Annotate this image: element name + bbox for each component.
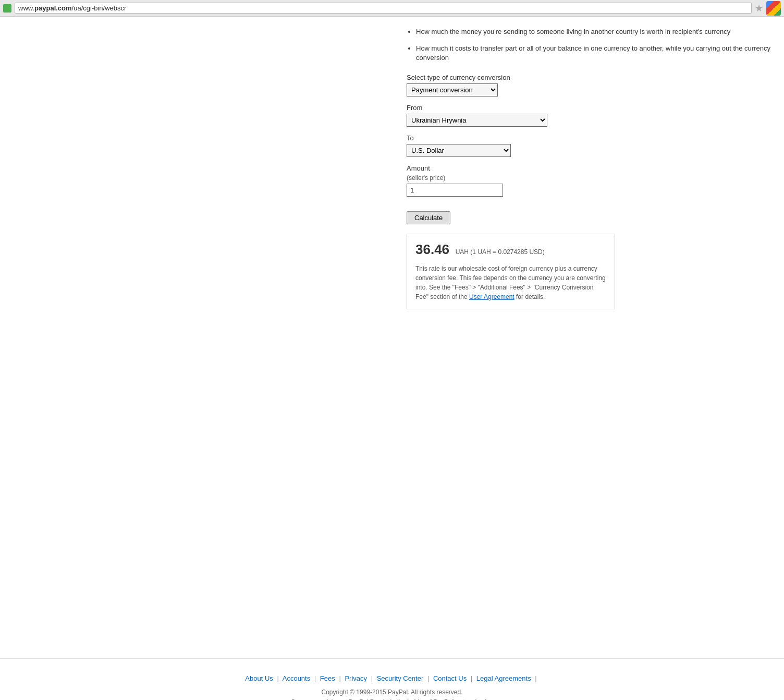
bullet-item-2: How much it costs to transfer part or al… xyxy=(416,44,774,63)
footer-sep-2: | xyxy=(314,674,316,682)
google-icon[interactable] xyxy=(766,1,781,16)
result-amount-row: 36.46 UAH (1 UAH = 0.0274285 USD) xyxy=(415,242,606,258)
footer-sep-7: | xyxy=(535,674,536,682)
footer-sep-6: | xyxy=(471,674,472,682)
footer-link-contact-us[interactable]: Contact Us xyxy=(433,674,467,682)
url-bar[interactable]: www.paypal.com/ua/cgi-bin/webscr xyxy=(15,3,752,14)
from-currency-select[interactable]: Ukrainian Hrywnia U.S. Dollar Euro Briti… xyxy=(407,114,547,127)
to-section: To U.S. Dollar Euro Ukrainian Hrywnia Br… xyxy=(407,134,774,157)
result-desc-end: for details. xyxy=(514,293,545,300)
footer-link-security-center[interactable]: Security Center xyxy=(377,674,424,682)
footer-link-legal-agreements[interactable]: Legal Agreements xyxy=(476,674,531,682)
bookmark-star-icon[interactable]: ★ xyxy=(755,3,763,14)
footer-copyright: Copyright © 1999-2015 PayPal. All rights… xyxy=(10,687,774,700)
page-content: How much the money you're sending to som… xyxy=(0,17,784,648)
bullet-item-1: How much the money you're sending to som… xyxy=(416,27,774,37)
footer: About Us | Accounts | Fees | Privacy | S… xyxy=(0,658,784,700)
footer-link-about-us[interactable]: About Us xyxy=(245,674,273,682)
amount-label: Amount xyxy=(407,164,774,172)
result-rate: UAH (1 UAH = 0.0274285 USD) xyxy=(456,248,545,256)
info-bullets: How much the money you're sending to som… xyxy=(407,27,774,63)
conversion-type-label: Select type of currency conversion xyxy=(407,74,774,81)
footer-links: About Us | Accounts | Fees | Privacy | S… xyxy=(10,674,774,682)
favicon-icon xyxy=(3,4,11,13)
amount-section: Amount (seller's price) xyxy=(407,164,774,197)
amount-sublabel: (seller's price) xyxy=(407,174,774,182)
footer-sep-4: | xyxy=(371,674,373,682)
amount-input[interactable] xyxy=(407,184,503,197)
right-panel: How much the money you're sending to som… xyxy=(401,17,784,648)
browser-chrome: www.paypal.com/ua/cgi-bin/webscr ★ xyxy=(0,0,784,17)
copyright-line-2: Consumer advisory- PayPal Pte. Ltd., the… xyxy=(10,697,774,700)
conversion-type-section: Select type of currency conversion Payme… xyxy=(407,74,774,96)
result-amount: 36.46 xyxy=(415,242,449,257)
footer-link-fees[interactable]: Fees xyxy=(320,674,335,682)
from-label: From xyxy=(407,104,774,112)
left-panel xyxy=(0,17,401,648)
to-currency-select[interactable]: U.S. Dollar Euro Ukrainian Hrywnia Briti… xyxy=(407,144,511,157)
conversion-type-select[interactable]: Payment conversion Balance conversion xyxy=(407,83,498,96)
calculate-button[interactable]: Calculate xyxy=(407,211,450,224)
footer-link-privacy[interactable]: Privacy xyxy=(345,674,367,682)
result-box: 36.46 UAH (1 UAH = 0.0274285 USD) This r… xyxy=(407,234,615,309)
user-agreement-link[interactable]: User Agreement xyxy=(469,293,514,300)
from-section: From Ukrainian Hrywnia U.S. Dollar Euro … xyxy=(407,104,774,127)
copyright-line-1: Copyright © 1999-2015 PayPal. All rights… xyxy=(10,687,774,697)
url-text: www.paypal.com/ua/cgi-bin/webscr xyxy=(18,4,126,12)
footer-link-accounts[interactable]: Accounts xyxy=(283,674,310,682)
to-label: To xyxy=(407,134,774,142)
result-description: This rate is our wholesale cost of forei… xyxy=(415,264,606,301)
footer-sep-5: | xyxy=(427,674,429,682)
footer-sep-3: | xyxy=(339,674,340,682)
footer-sep-1: | xyxy=(277,674,278,682)
